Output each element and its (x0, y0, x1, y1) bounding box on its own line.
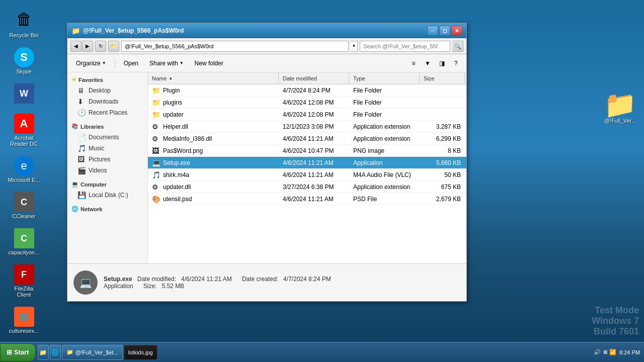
status-file-icon: 💻 (73, 270, 98, 295)
start-button[interactable]: ⊞ Start (0, 343, 36, 361)
file-date-cell: 4/6/2024 11:21 AM (279, 196, 349, 203)
share-with-button[interactable]: Share with ▼ (145, 57, 188, 70)
help-button[interactable]: ? (449, 57, 462, 70)
file-date-cell: 4/6/2024 12:08 PM (279, 99, 349, 106)
details-view-button[interactable]: ≡ (407, 57, 420, 70)
col-header-date[interactable]: Date modified (279, 72, 349, 84)
desktop-icon-folder-right[interactable]: 📁 @!Full_Ver... (601, 90, 639, 126)
audio-icon: 🎵 (152, 171, 160, 179)
file-name: Plugin (163, 87, 180, 94)
nav-item-desktop[interactable]: 🖥 Desktop (67, 85, 147, 96)
desktop-icon-ccleaner[interactable]: C CCleaner (5, 190, 43, 221)
taskbar-item-black[interactable]: lotkids.jpg (124, 345, 157, 360)
taskbar-tray: 🔊 🖥 📶 8:24 PM (590, 349, 644, 355)
forward-button[interactable]: ▶ (82, 41, 93, 52)
status-bar: 💻 Setup.exe Date modified: 4/6/2024 11:2… (67, 263, 466, 301)
file-date-cell: 12/1/2023 3:08 PM (279, 123, 349, 130)
content-area: ★ Favorites 🖥 Desktop ⬇ Downloads 🕐 Rece… (67, 72, 466, 263)
table-row[interactable]: 🖼 Pas$Word.png 4/6/2024 10:47 PM PNG ima… (148, 145, 466, 157)
table-row[interactable]: 📁 plugins 4/6/2024 12:08 PM File Folder (148, 97, 466, 109)
file-name: utensil.psd (163, 196, 192, 203)
table-row[interactable]: 📁 updater 4/6/2024 12:08 PM File Folder (148, 109, 466, 121)
libraries-header[interactable]: 📚 Libraries (67, 121, 147, 132)
table-row[interactable]: ⚙ Helper.dll 12/1/2023 3:08 PM Applicati… (148, 121, 466, 133)
search-button[interactable]: 🔍 (452, 41, 463, 52)
file-type-cell: Application extension (349, 123, 420, 130)
file-size-cell: 5,660 KB (420, 159, 465, 166)
libraries-icon: 📚 (71, 123, 78, 130)
desktop-icons-right: 📁 @!Full_Ver... (601, 90, 639, 126)
desktop-icon-capacityon[interactable]: C capacityon... (5, 226, 43, 257)
desktop-icon-msedge[interactable]: e Microsoft E... (5, 154, 43, 185)
nav-item-documents[interactable]: 📄 Documents (67, 132, 147, 143)
computer-icon: 💻 (71, 181, 78, 188)
folder-icon: 📁 (152, 111, 160, 119)
network-header[interactable]: 🌐 Network (67, 204, 147, 214)
file-date-cell: 4/6/2024 10:47 PM (279, 147, 349, 154)
taskbar-file-explorer-button[interactable]: 📁 (38, 345, 49, 360)
nav-item-downloads[interactable]: ⬇ Downloads (67, 96, 147, 107)
desktop-icon-filezilla[interactable]: F FileZilla Client (5, 262, 43, 300)
file-size-cell: 3,287 KB (420, 123, 465, 130)
taskbar-item-explorer[interactable]: 📁 @!Full_Ver_$et... (62, 345, 123, 360)
acrobat-icon: A (14, 114, 34, 134)
recent-nav-icon: 🕐 (77, 109, 86, 117)
desktop-icon-word[interactable]: W (5, 81, 43, 107)
restore-button[interactable]: ◻ (439, 26, 450, 36)
address-dropdown-button[interactable]: ▼ (351, 41, 358, 52)
file-type-cell: File Folder (349, 111, 420, 118)
table-row[interactable]: ⚙ updater.dll 3/27/2024 6:38 PM Applicat… (148, 181, 466, 193)
nav-item-videos[interactable]: 🎬 Videos (67, 165, 147, 176)
table-row[interactable]: ⚙ MediaInfo_i386.dll 4/6/2024 11:21 AM A… (148, 133, 466, 145)
msedge-icon: e (14, 156, 34, 176)
skype-icon: S (14, 47, 34, 67)
taskbar-ie-button[interactable]: 🌐 (50, 345, 61, 360)
gear-icon: ⚙ (152, 135, 160, 143)
file-type-cell: Application extension (349, 184, 420, 191)
nav-item-recent-places[interactable]: 🕐 Recent Places (67, 107, 147, 118)
recycle-bin-icon: 🗑 (12, 7, 36, 31)
back-button[interactable]: ◀ (70, 41, 82, 52)
preview-pane-button[interactable]: ◨ (435, 57, 448, 70)
desktop-icon-acrobat[interactable]: A Acrobat Reader DC (5, 112, 43, 149)
nav-item-local-disk[interactable]: 💾 Local Disk (C:) (67, 190, 147, 201)
computer-header[interactable]: 💻 Computer (67, 179, 147, 190)
view-options-button[interactable]: ▼ (421, 57, 434, 70)
nav-item-music[interactable]: 🎵 Music (67, 143, 147, 154)
search-input[interactable] (360, 41, 450, 52)
view-buttons: ≡ ▼ ◨ ? (407, 57, 462, 70)
file-name-cell: 💻 Setup.exe (148, 159, 279, 167)
col-header-name[interactable]: Name ▲ (148, 72, 279, 84)
folder-right-icon: 📁 (608, 93, 632, 117)
table-row[interactable]: 📁 Plugin 4/7/2024 8:24 PM File Folder (148, 84, 466, 97)
organize-button[interactable]: Organize ▼ (71, 57, 111, 70)
desktop-icon-recycle-bin[interactable]: 🗑 Recycle Bin (5, 5, 43, 40)
open-button[interactable]: Open (119, 57, 143, 70)
table-row[interactable]: 🎵 shirk.m4a 4/6/2024 11:21 AM M4A Audio … (148, 169, 466, 181)
refresh-button[interactable]: ↻ (95, 41, 106, 52)
desktop-icons-left: 🗑 Recycle Bin S Skype W A Acrobat Reader… (0, 0, 48, 362)
psd-icon: 🎨 (152, 195, 160, 203)
nav-item-pictures[interactable]: 🖼 Pictures (67, 154, 147, 165)
file-name-cell: ⚙ updater.dll (148, 183, 279, 191)
file-size-cell: 2,679 KB (420, 196, 465, 203)
table-row[interactable]: 💻 Setup.exe 4/6/2024 11:21 AM Applicatio… (148, 157, 466, 169)
col-header-type[interactable]: Type (349, 72, 420, 84)
close-button[interactable]: ✕ (451, 26, 462, 36)
minimize-button[interactable]: ─ (427, 26, 438, 36)
col-header-size[interactable]: Size (420, 72, 465, 84)
desktop-icon-culturesex[interactable]: 🌐 culturesex... (5, 305, 43, 336)
window-controls: ─ ◻ ✕ (427, 26, 462, 36)
favorites-header[interactable]: ★ Favorites (67, 74, 147, 85)
new-folder-button[interactable]: New folder (190, 57, 228, 70)
file-name-cell: ⚙ MediaInfo_i386.dll (148, 135, 279, 143)
table-row[interactable]: 🎨 utensil.psd 4/6/2024 11:21 AM PSD File… (148, 193, 466, 205)
address-bar: ◀ ▶ ↻ 📁 @!Full_Ver_$etup_5566_pAs$W0rd ▼… (67, 38, 466, 54)
music-nav-icon: 🎵 (77, 144, 86, 152)
address-path-display[interactable]: @!Full_Ver_$etup_5566_pAs$W0rd (121, 41, 349, 52)
desktop-icon-skype[interactable]: S Skype (5, 45, 43, 76)
recent-locations-button[interactable]: 📁 (108, 41, 119, 52)
file-name-cell: 📁 updater (148, 111, 279, 119)
downloads-nav-icon: ⬇ (77, 98, 86, 106)
file-list-header: Name ▲ Date modified Type Size (148, 72, 466, 84)
